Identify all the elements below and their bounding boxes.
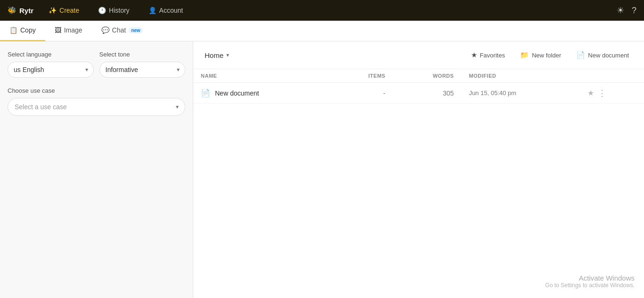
table-header: NAME ITEMS WORDS MODIFIED bbox=[193, 69, 644, 83]
tone-select[interactable]: Informative Formal Casual Humorous Passi… bbox=[99, 62, 186, 78]
sub-nav: 📋 Copy 🖼 Image 💬 Chat new bbox=[0, 21, 644, 41]
help-button[interactable]: ? bbox=[632, 6, 636, 16]
tab-chat-label: Chat bbox=[112, 26, 126, 34]
file-row-actions-cell: ★ ⋮ bbox=[580, 83, 644, 104]
history-icon: 🕐 bbox=[98, 7, 106, 14]
language-tone-row: Select language us English uk English Fr… bbox=[8, 51, 185, 78]
nav-create-label: Create bbox=[59, 7, 79, 14]
brand-icon: 🐝 bbox=[8, 6, 17, 15]
file-name-cell: 📄 New document bbox=[193, 83, 332, 104]
use-case-wrapper: Select a use case Blog Idea & Outline Bu… bbox=[8, 98, 185, 116]
tone-select-wrapper: Informative Formal Casual Humorous Passi… bbox=[99, 62, 186, 78]
new-document-label: New document bbox=[588, 52, 629, 59]
main-layout: Select language us English uk English Fr… bbox=[0, 41, 644, 298]
nav-item-account[interactable]: 👤 Account bbox=[145, 5, 187, 16]
nav-history-label: History bbox=[109, 7, 130, 14]
brand-name: Rytr bbox=[19, 7, 33, 15]
col-modified: MODIFIED bbox=[462, 69, 580, 83]
chat-icon: 💬 bbox=[101, 26, 109, 34]
new-document-button[interactable]: 📄 New document bbox=[572, 49, 633, 61]
file-words: 305 bbox=[393, 83, 461, 104]
top-nav-left: 🐝 Rytr ✨ Create 🕐 History 👤 Account bbox=[8, 5, 187, 16]
col-items: ITEMS bbox=[332, 69, 393, 83]
create-icon: ✨ bbox=[49, 7, 57, 14]
account-icon: 👤 bbox=[149, 7, 157, 14]
chat-new-badge: new bbox=[129, 27, 142, 33]
tab-copy[interactable]: 📋 Copy bbox=[0, 21, 45, 41]
language-label: Select language bbox=[8, 51, 94, 58]
favorites-label: Favorites bbox=[480, 52, 505, 59]
file-modified: Jun 15, 05:40 pm bbox=[462, 83, 580, 104]
nav-account-label: Account bbox=[159, 7, 183, 14]
breadcrumb-chevron: ▾ bbox=[226, 52, 229, 58]
nav-item-history[interactable]: 🕐 History bbox=[94, 5, 133, 16]
file-name[interactable]: New document bbox=[215, 89, 259, 97]
tab-image-label: Image bbox=[64, 26, 83, 34]
brand-logo[interactable]: 🐝 Rytr bbox=[8, 6, 33, 15]
right-panel: Home ▾ ★ Favorites 📁 New folder 📄 New do… bbox=[193, 41, 644, 298]
file-items: - bbox=[332, 83, 393, 104]
tab-image[interactable]: 🖼 Image bbox=[45, 21, 92, 41]
star-icon: ★ bbox=[471, 51, 477, 59]
activate-windows-title: Activate Windows bbox=[545, 274, 635, 282]
table-row: 📄 New document - 305 Jun 15, 05:40 pm ★ … bbox=[193, 83, 644, 104]
file-actions: ★ Favorites 📁 New folder 📄 New document bbox=[467, 49, 633, 61]
top-nav-right: ☀ ? bbox=[617, 5, 636, 16]
sun-button[interactable]: ☀ bbox=[617, 5, 624, 16]
nav-item-create[interactable]: ✨ Create bbox=[45, 5, 83, 16]
tab-chat[interactable]: 💬 Chat new bbox=[92, 21, 152, 41]
activate-windows-subtitle: Go to Settings to activate Windows. bbox=[545, 282, 635, 289]
file-table: NAME ITEMS WORDS MODIFIED 📄 New document bbox=[193, 69, 644, 104]
tone-group: Select tone Informative Formal Casual Hu… bbox=[99, 51, 186, 78]
table-body: 📄 New document - 305 Jun 15, 05:40 pm ★ … bbox=[193, 83, 644, 104]
favorite-toggle-button[interactable]: ★ bbox=[587, 89, 594, 97]
folder-icon: 📁 bbox=[520, 51, 529, 59]
document-icon: 📄 bbox=[576, 51, 585, 59]
tab-copy-label: Copy bbox=[20, 26, 36, 34]
col-name: NAME bbox=[193, 69, 332, 83]
copy-icon: 📋 bbox=[9, 26, 17, 34]
new-folder-label: New folder bbox=[532, 52, 561, 59]
language-select-wrapper: us English uk English French Spanish Ger… bbox=[8, 62, 94, 78]
more-options-button[interactable]: ⋮ bbox=[598, 89, 606, 97]
activate-windows-watermark: Activate Windows Go to Settings to activ… bbox=[545, 274, 635, 289]
new-folder-button[interactable]: 📁 New folder bbox=[516, 49, 565, 61]
use-case-select[interactable]: Select a use case Blog Idea & Outline Bu… bbox=[8, 98, 185, 116]
favorites-button[interactable]: ★ Favorites bbox=[467, 49, 509, 61]
breadcrumb[interactable]: Home ▾ bbox=[205, 51, 229, 59]
col-actions-header bbox=[580, 69, 644, 83]
file-type-icon: 📄 bbox=[201, 89, 210, 97]
top-nav: 🐝 Rytr ✨ Create 🕐 History 👤 Account ☀ ? bbox=[0, 0, 644, 21]
language-group: Select language us English uk English Fr… bbox=[8, 51, 94, 78]
file-manager-header: Home ▾ ★ Favorites 📁 New folder 📄 New do… bbox=[193, 41, 644, 69]
col-words: WORDS bbox=[393, 69, 461, 83]
language-select[interactable]: us English uk English French Spanish Ger… bbox=[8, 62, 94, 78]
image-tab-icon: 🖼 bbox=[55, 26, 61, 34]
tone-label: Select tone bbox=[99, 51, 186, 58]
use-case-group: Choose use case Select a use case Blog I… bbox=[8, 87, 185, 116]
left-panel: Select language us English uk English Fr… bbox=[0, 41, 193, 298]
use-case-label: Choose use case bbox=[8, 87, 185, 94]
breadcrumb-label: Home bbox=[205, 51, 223, 59]
